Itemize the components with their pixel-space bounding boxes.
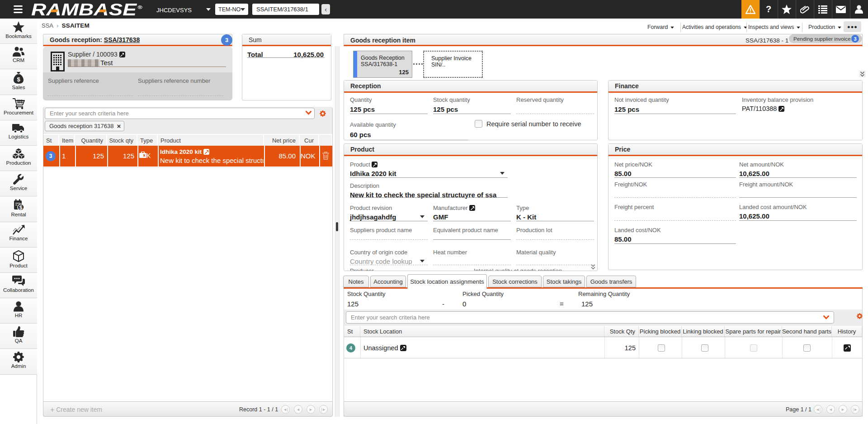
svg-text:$: $ xyxy=(19,205,23,211)
svg-text:$: $ xyxy=(17,76,20,83)
